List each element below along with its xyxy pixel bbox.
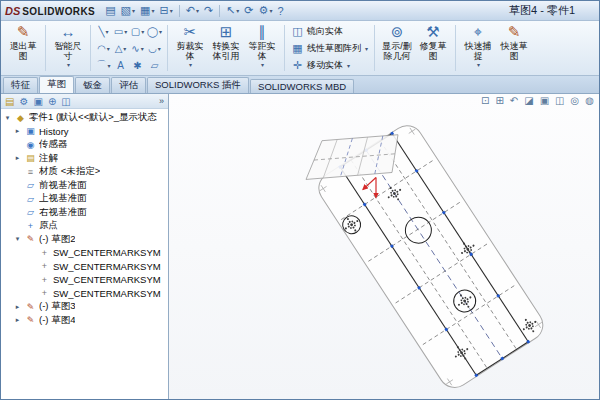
tree-item-centermark-1[interactable]: + SW_CENTERMARKSYM xyxy=(1,246,168,260)
tree-item-sketch2[interactable]: ▾ ✎ (-) 草图2 xyxy=(1,233,168,247)
tree-item-part[interactable]: ▾ ◆ 零件1 (默认<<默认>_显示状态 xyxy=(1,111,168,125)
select-button[interactable]: ↖▾ xyxy=(224,3,241,19)
hide-show-items-button[interactable]: ◎ xyxy=(571,95,580,106)
displaymanager-tab[interactable]: ◫ xyxy=(61,96,70,107)
print-icon: ⊟ xyxy=(159,4,168,17)
previous-view-button[interactable]: ↶ xyxy=(510,95,518,106)
line-tool-button[interactable]: ╲▾ xyxy=(95,23,112,40)
polygon-tool-button[interactable]: △▾ xyxy=(112,40,129,57)
move-entities-button[interactable]: ✛ 移动实体 ▾ xyxy=(289,57,370,73)
dropdown-caret-icon: ▾ xyxy=(107,62,110,69)
tree-item-origin[interactable]: + 原点 xyxy=(1,219,168,233)
repair-sketch-button[interactable]: ⚒ 修复草图 xyxy=(415,22,451,74)
dropdown-caret-icon: ▾ xyxy=(365,45,368,52)
tree-item-centermark-4[interactable]: + SW_CENTERMARKSYM xyxy=(1,287,168,301)
tab-solidworks-mbd[interactable]: SOLIDWORKS MBD xyxy=(250,79,354,93)
print-button[interactable]: ⊟▾ xyxy=(157,3,174,19)
open-button[interactable]: ▧▾ xyxy=(119,3,137,19)
sketch-grid-plane[interactable] xyxy=(306,135,398,180)
open-icon: ▧ xyxy=(121,4,131,17)
tree-item-annotations[interactable]: ▸ ▤ 注解 xyxy=(1,152,168,166)
tree-item-label: (-) 草图3 xyxy=(39,300,75,313)
trim-entities-button[interactable]: ✂ 剪裁实体 ▾ xyxy=(172,22,208,74)
tree-item-sketch3[interactable]: ▸ ✎ (-) 草图3 xyxy=(1,300,168,314)
help-button[interactable]: ? xyxy=(275,3,285,19)
rebuild-button[interactable]: ⟳ xyxy=(242,3,255,19)
convert-entities-button[interactable]: ⊞ 转换实体引用 xyxy=(208,22,244,74)
tree-item-centermark-3[interactable]: + SW_CENTERMARKSYM xyxy=(1,273,168,287)
centermark-icon: + xyxy=(39,275,50,285)
repair-sketch-icon: ⚒ xyxy=(426,22,439,41)
ribbon-separator xyxy=(90,25,91,71)
expand-caret-icon[interactable]: ▸ xyxy=(13,127,22,135)
smart-dimension-button[interactable]: ↔ 智能尺寸 ▾ xyxy=(50,22,86,74)
circle-tool-button[interactable]: ◯▾ xyxy=(146,23,163,40)
linear-pattern-button[interactable]: ▦ 线性草图阵列 ▾ xyxy=(289,40,370,56)
redo-button[interactable]: ↷ xyxy=(202,3,215,19)
tree-item-right-plane[interactable]: ▱ 右视基准面 xyxy=(1,206,168,220)
exit-sketch-button[interactable]: ✎ 退出草图 xyxy=(5,22,41,74)
feature-manager-panel: ▤ ⚙ ▣ ⊕ ◫ » ▾ ◆ 零件1 (默认<<默认>_显示状态 ▸ ▣ Hi… xyxy=(1,94,169,399)
dimxpertmanager-tab[interactable]: ⊕ xyxy=(48,96,56,107)
panel-chevron-icon[interactable]: » xyxy=(159,96,164,106)
display-delete-relations-button[interactable]: ⊚ 显示/删除几何关系 xyxy=(379,22,415,74)
tree-item-front-plane[interactable]: ▱ 前视基准面 xyxy=(1,179,168,193)
mirror-entities-button[interactable]: ◫ 镜向实体 xyxy=(289,23,370,39)
tab-solidworks-addins[interactable]: SOLIDWORKS 插件 xyxy=(147,77,249,93)
fillet-tool-button[interactable]: ⌒▾ xyxy=(95,57,112,74)
featuremanager-tab[interactable]: ▤ xyxy=(5,96,14,107)
gear-icon: ⚙ xyxy=(259,4,269,17)
section-view-button[interactable]: ◪ xyxy=(524,95,533,106)
expand-caret-icon[interactable]: ▸ xyxy=(13,154,22,162)
arc-tool-button[interactable]: ◠▾ xyxy=(95,40,112,57)
zoom-fit-button[interactable]: ⊡ xyxy=(481,95,489,106)
sketch-canvas[interactable] xyxy=(169,94,599,399)
point-tool-button[interactable]: ✱ xyxy=(129,57,146,74)
configurationmanager-tab[interactable]: ▣ xyxy=(33,96,42,107)
tab-sheet-metal[interactable]: 钣金 xyxy=(75,77,110,93)
plane-icon: ▱ xyxy=(25,207,36,217)
plane-tool-button[interactable]: ▱ xyxy=(146,57,163,74)
undo-button[interactable]: ↶▾ xyxy=(184,3,201,19)
text-tool-button[interactable]: A xyxy=(112,57,129,74)
expand-caret-icon[interactable]: ▸ xyxy=(13,316,22,324)
smart-dimension-label: 智能尺寸 xyxy=(53,41,83,61)
tab-sketch[interactable]: 草图 xyxy=(39,76,74,93)
slot-tool-button[interactable]: ▢▾ xyxy=(129,23,146,40)
view-orientation-button[interactable]: ▣ xyxy=(540,95,549,106)
tab-evaluate[interactable]: 评估 xyxy=(111,77,146,93)
spline-tool-button[interactable]: ∿▾ xyxy=(129,40,146,57)
graphics-area[interactable]: ⊡ ⊞ ↶ ◪ ▣ ◫ ◎ ◍ xyxy=(169,94,599,399)
display-style-button[interactable]: ◫ xyxy=(555,95,564,106)
tree-item-label: (-) 草图2 xyxy=(39,233,75,246)
rectangle-tool-button[interactable]: ▭▾ xyxy=(112,23,129,40)
appearance-button[interactable]: ◍ xyxy=(585,95,594,106)
expand-caret-icon[interactable]: ▾ xyxy=(13,235,22,243)
ellipse-tool-button[interactable]: ◡▾ xyxy=(146,40,163,57)
rapid-sketch-button[interactable]: ✎ 快速草图 xyxy=(496,22,532,74)
expand-caret-icon[interactable]: ▾ xyxy=(3,114,12,122)
tree-item-top-plane[interactable]: ▱ 上视基准面 xyxy=(1,192,168,206)
new-document-button[interactable]: ▤ xyxy=(103,3,117,19)
solidworks-logo: DS SOLIDWORKS xyxy=(5,5,95,17)
centermark-icon: + xyxy=(39,248,50,258)
feature-tree: ▾ ◆ 零件1 (默认<<默认>_显示状态 ▸ ▣ History ◉ 传感器 … xyxy=(1,109,168,399)
tab-features[interactable]: 特征 xyxy=(3,77,38,93)
quick-snaps-button[interactable]: ⌖ 快速捕捉 ▾ xyxy=(460,22,496,74)
expand-caret-icon[interactable]: ▸ xyxy=(13,303,22,311)
zoom-area-button[interactable]: ⊞ xyxy=(495,95,503,106)
titlebar: DS SOLIDWORKS ▤ ▧▾ ▦▾ ⊟▾ ↶▾ ↷ ↖▾ ⟳ ⚙▾ ? … xyxy=(1,1,599,21)
propertymanager-tab[interactable]: ⚙ xyxy=(19,96,28,107)
tree-item-centermark-2[interactable]: + SW_CENTERMARKSYM xyxy=(1,260,168,274)
tree-item-history[interactable]: ▸ ▣ History xyxy=(1,125,168,139)
tree-item-sensors[interactable]: ◉ 传感器 xyxy=(1,138,168,152)
rebuild-icon: ⟳ xyxy=(244,4,253,17)
window-title: 草图4 - 零件1 xyxy=(509,3,575,18)
tree-item-sketch4[interactable]: ▸ ✎ (-) 草图4 xyxy=(1,314,168,328)
options-button[interactable]: ⚙▾ xyxy=(257,3,275,19)
repair-sketch-label: 修复草图 xyxy=(418,41,448,61)
save-button[interactable]: ▦▾ xyxy=(138,3,156,19)
offset-entities-button[interactable]: ∥ 等距实体 ▾ xyxy=(244,22,280,74)
dropdown-caret-icon: ▾ xyxy=(151,7,154,14)
tree-item-material[interactable]: ≡ 材质 <未指定> xyxy=(1,165,168,179)
